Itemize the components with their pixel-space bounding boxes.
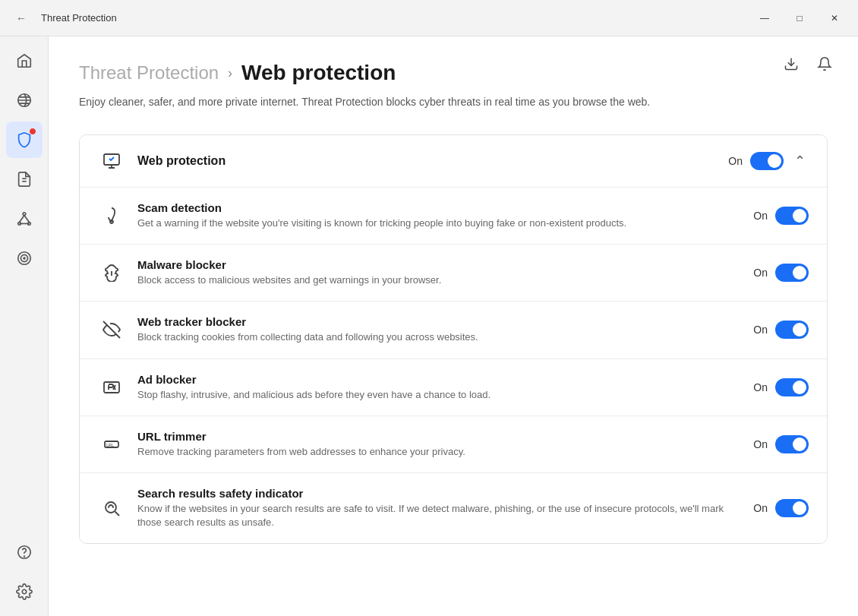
web-tracker-status: On (753, 324, 768, 336)
sidebar-item-mesh[interactable] (6, 201, 43, 237)
scam-detection-status: On (753, 210, 768, 222)
close-button[interactable]: ✕ (817, 6, 852, 30)
bell-icon (817, 56, 832, 71)
download-icon (784, 56, 799, 71)
target-icon (16, 250, 33, 267)
sidebar-item-globe[interactable] (6, 82, 43, 118)
sidebar-item-file-scan[interactable] (6, 161, 43, 197)
breadcrumb-parent[interactable]: Threat Protection (79, 62, 219, 84)
settings-icon (16, 583, 33, 600)
svg-point-3 (23, 213, 26, 216)
protection-card: Web protection On ⌃ (79, 134, 828, 544)
url-trimmer-status: On (753, 438, 768, 450)
sidebar-item-target[interactable] (6, 240, 43, 276)
mesh-icon (16, 210, 33, 227)
sidebar-item-home[interactable] (6, 43, 43, 79)
page-description: Enjoy cleaner, safer, and more private i… (79, 94, 762, 110)
web-protection-icon (98, 147, 125, 175)
url-icon: URL (103, 435, 121, 453)
svg-point-11 (24, 257, 25, 259)
search-safety-icon (98, 494, 125, 522)
ad-blocker-desc: Stop flashy, intrusive, and malicious ad… (137, 388, 741, 402)
header-actions (776, 49, 840, 79)
web-tracker-row: Web tracker blocker Block tracking cooki… (80, 302, 827, 359)
bug-icon (103, 264, 121, 282)
sidebar-item-shield[interactable] (6, 122, 43, 158)
url-trimmer-toggle[interactable] (775, 435, 809, 453)
web-tracker-toggle[interactable] (775, 321, 809, 339)
malware-blocker-title: Malware blocker (137, 258, 741, 271)
scam-detection-toggle[interactable] (775, 207, 809, 225)
scam-detection-content: Scam detection Get a warning if the webs… (137, 201, 741, 230)
web-tracker-content: Web tracker blocker Block tracking cooki… (137, 315, 741, 344)
malware-blocker-toggle[interactable] (775, 264, 809, 282)
ad-blocker-toggle[interactable] (775, 378, 809, 396)
web-protection-chevron[interactable]: ⌃ (791, 150, 809, 172)
content-area: Threat Protection › Web protection Enjoy… (49, 36, 858, 616)
ad-blocker-content: Ad blocker Stop flashy, intrusive, and m… (137, 373, 741, 402)
ad-block-icon (103, 378, 121, 396)
svg-line-7 (24, 215, 29, 222)
ad-blocker-status: On (753, 381, 768, 393)
ad-blocker-title: Ad blocker (137, 373, 741, 386)
maximize-button[interactable]: □ (782, 6, 817, 30)
minimize-button[interactable]: — (747, 6, 782, 30)
svg-point-13 (24, 556, 24, 557)
scam-detection-desc: Get a warning if the website you're visi… (137, 216, 741, 230)
malware-blocker-desc: Block access to malicious websites and g… (137, 273, 741, 287)
scam-detection-title: Scam detection (137, 201, 741, 214)
svg-line-27 (115, 512, 120, 516)
url-trimmer-desc: Remove tracking parameters from web addr… (137, 445, 741, 459)
breadcrumb-arrow: › (228, 65, 232, 81)
help-icon (16, 544, 33, 561)
url-trimmer-control: On (753, 435, 809, 453)
sidebar-item-settings[interactable] (6, 573, 43, 610)
svg-line-6 (19, 215, 24, 222)
malware-blocker-content: Malware blocker Block access to maliciou… (137, 258, 741, 287)
search-safety-title: Search results safety indicator (137, 487, 741, 500)
breadcrumb: Threat Protection › Web protection (79, 61, 828, 85)
sidebar-item-help[interactable] (6, 534, 43, 570)
web-protection-title: Web protection (137, 154, 716, 168)
hook-icon (103, 207, 121, 225)
window-controls: — □ ✕ (747, 6, 852, 30)
title-bar: ← Threat Protection — □ ✕ (0, 0, 858, 36)
app-body: Threat Protection › Web protection Enjoy… (0, 36, 858, 616)
url-trimmer-icon: URL (98, 431, 125, 458)
malware-blocker-status: On (753, 267, 768, 279)
search-safety-desc: Know if the websites in your search resu… (137, 502, 741, 529)
search-safety-row: Search results safety indicator Know if … (80, 473, 827, 543)
web-tracker-control: On (753, 321, 809, 339)
search-shield-icon (103, 499, 121, 517)
svg-text:URL: URL (106, 443, 114, 447)
search-safety-control: On (753, 499, 809, 517)
notification-button[interactable] (809, 49, 840, 79)
malware-blocker-row: Malware blocker Block access to maliciou… (80, 245, 827, 302)
back-button[interactable]: ← (9, 6, 33, 30)
web-tracker-icon (98, 316, 125, 343)
web-protection-content: Web protection (137, 154, 716, 168)
search-safety-status: On (753, 502, 768, 514)
url-trimmer-row: URL URL trimmer Remove tracking paramete… (80, 416, 827, 473)
search-safety-content: Search results safety indicator Know if … (137, 487, 741, 529)
sidebar (0, 36, 49, 616)
svg-point-14 (22, 589, 27, 594)
globe-icon (16, 92, 33, 109)
ad-blocker-row: Ad blocker Stop flashy, intrusive, and m… (80, 359, 827, 416)
web-tracker-desc: Block tracking cookies from collecting d… (137, 330, 741, 344)
breadcrumb-current: Web protection (241, 61, 396, 85)
ad-blocker-control: On (753, 378, 809, 396)
web-protection-control: On ⌃ (728, 150, 809, 172)
web-tracker-title: Web tracker blocker (137, 315, 741, 328)
ad-blocker-icon (98, 374, 125, 401)
download-button[interactable] (776, 49, 806, 79)
svg-point-26 (106, 502, 116, 513)
url-trimmer-content: URL trimmer Remove tracking parameters f… (137, 430, 741, 459)
malware-blocker-control: On (753, 264, 809, 282)
web-protection-toggle[interactable] (750, 152, 784, 170)
eye-off-icon (103, 321, 121, 339)
search-safety-toggle[interactable] (775, 499, 809, 517)
monitor-shield-icon (103, 152, 121, 170)
malware-blocker-icon (98, 259, 125, 286)
scam-detection-row: Scam detection Get a warning if the webs… (80, 188, 827, 245)
